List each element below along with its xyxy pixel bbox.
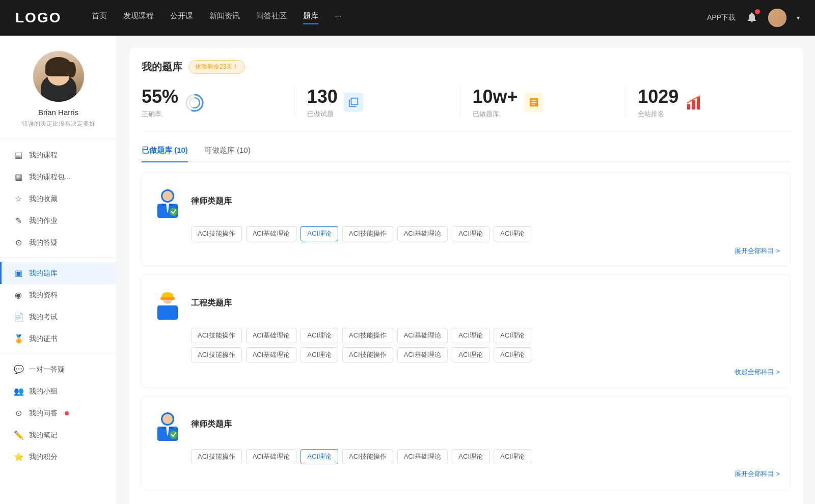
profile-label: 我的资料 bbox=[29, 291, 58, 300]
stat-ranking-text: 1029 全站排名 bbox=[638, 86, 678, 119]
sidebar-item-courses[interactable]: ▤ 我的课程 bbox=[0, 144, 117, 166]
sidebar-item-1on1[interactable]: 💬 一对一答疑 bbox=[0, 358, 117, 380]
group-icon: 👥 bbox=[14, 386, 23, 396]
tag-lawyer2-5[interactable]: ACI理论 bbox=[452, 449, 490, 464]
tag-lawyer1-2[interactable]: ACI理论 bbox=[301, 226, 338, 241]
stat-banks-value: 10w+ bbox=[473, 86, 518, 107]
qbank-tags-lawyer-1: ACI技能操作 ACI基础理论 ACI理论 ACI技能操作 ACI基础理论 AC… bbox=[191, 226, 780, 241]
engineer-svg bbox=[152, 285, 183, 321]
sidebar: Brian Harris 错误的决定比没有决定要好 ▤ 我的课程 ▦ 我的课程包… bbox=[0, 36, 117, 504]
divider-2 bbox=[0, 354, 117, 354]
notification-bell[interactable] bbox=[746, 11, 758, 25]
nav-open-course[interactable]: 公开课 bbox=[170, 11, 193, 24]
nav-qa[interactable]: 问答社区 bbox=[256, 11, 287, 24]
logo[interactable]: LOGO bbox=[15, 10, 61, 26]
question-bank-icon: ▣ bbox=[14, 268, 23, 278]
tag-lawyer1-4[interactable]: ACI基础理论 bbox=[397, 226, 448, 241]
user-avatar[interactable] bbox=[768, 9, 786, 27]
certificate-label: 我的证书 bbox=[29, 334, 58, 344]
page-header: 我的题库 体验剩余23天！ bbox=[142, 60, 791, 74]
user-menu-chevron[interactable]: ▾ bbox=[797, 14, 800, 21]
tag-eng-2[interactable]: ACI理论 bbox=[301, 328, 338, 343]
tab-available-banks[interactable]: 可做题库 (10) bbox=[204, 146, 251, 162]
tag-lawyer2-1[interactable]: ACI基础理论 bbox=[246, 449, 297, 464]
homework-label: 我的作业 bbox=[29, 216, 58, 226]
group-label: 我的小组 bbox=[29, 387, 58, 396]
svg-rect-6 bbox=[697, 97, 700, 109]
tag-eng-r2-0[interactable]: ACI技能操作 bbox=[191, 347, 242, 362]
sidebar-item-exam[interactable]: 📄 我的考试 bbox=[0, 306, 117, 328]
exam-icon: 📄 bbox=[14, 312, 23, 322]
app-download-link[interactable]: APP下载 bbox=[707, 13, 736, 22]
nav-more[interactable]: ··· bbox=[335, 11, 341, 24]
sidebar-item-group[interactable]: 👥 我的小组 bbox=[0, 380, 117, 402]
tag-lawyer2-4[interactable]: ACI基础理论 bbox=[397, 449, 448, 464]
tag-eng-r2-1[interactable]: ACI基础理论 bbox=[246, 347, 297, 362]
svg-rect-4 bbox=[687, 104, 690, 109]
nav-news[interactable]: 新闻资讯 bbox=[209, 11, 240, 24]
tag-lawyer2-2[interactable]: ACI理论 bbox=[301, 449, 338, 464]
points-icon: ⭐ bbox=[14, 452, 23, 462]
tag-eng-r2-3[interactable]: ACI技能操作 bbox=[342, 347, 393, 362]
qbank-footer-lawyer-2[interactable]: 展开全部科目 > bbox=[152, 469, 780, 479]
tag-lawyer2-3[interactable]: ACI技能操作 bbox=[342, 449, 393, 464]
tag-eng-5[interactable]: ACI理论 bbox=[452, 328, 490, 343]
qbank-tags-engineer-row2: ACI技能操作 ACI基础理论 ACI理论 ACI技能操作 ACI基础理论 AC… bbox=[191, 347, 780, 362]
qbank-section-lawyer-1: 律师类题库 ACI技能操作 ACI基础理论 ACI理论 ACI技能操作 ACI基… bbox=[142, 173, 791, 266]
nav-courses[interactable]: 发现课程 bbox=[123, 11, 154, 24]
nav-home[interactable]: 首页 bbox=[92, 11, 107, 24]
expand-label-lawyer-1: 展开全部科目 > bbox=[735, 246, 780, 256]
sidebar-item-homework[interactable]: ✎ 我的作业 bbox=[0, 210, 117, 232]
sidebar-item-course-packages[interactable]: ▦ 我的课程包... bbox=[0, 166, 117, 188]
note-svg bbox=[528, 97, 539, 108]
1on1-label: 一对一答疑 bbox=[29, 365, 65, 374]
sidebar-item-question-bank[interactable]: ▣ 我的题库 bbox=[0, 262, 117, 284]
courses-label: 我的课程 bbox=[29, 151, 58, 160]
lawyer-svg-1 bbox=[152, 183, 183, 219]
tag-lawyer1-3[interactable]: ACI技能操作 bbox=[342, 226, 393, 241]
certificate-icon: 🏅 bbox=[14, 334, 23, 344]
notes-icon: ✏️ bbox=[14, 430, 23, 440]
sidebar-item-favorites[interactable]: ☆ 我的收藏 bbox=[0, 188, 117, 210]
page-container: Brian Harris 错误的决定比没有决定要好 ▤ 我的课程 ▦ 我的课程包… bbox=[0, 36, 815, 504]
tag-eng-r2-2[interactable]: ACI理论 bbox=[301, 347, 338, 362]
sidebar-item-profile[interactable]: ◉ 我的资料 bbox=[0, 284, 117, 306]
favorites-label: 我的收藏 bbox=[29, 194, 58, 204]
tag-eng-4[interactable]: ACI基础理论 bbox=[397, 328, 448, 343]
tag-eng-r2-5[interactable]: ACI理论 bbox=[452, 347, 490, 362]
page-title: 我的题库 bbox=[142, 60, 182, 74]
tag-lawyer2-6[interactable]: ACI理论 bbox=[494, 449, 531, 464]
lawyer-svg-2 bbox=[152, 406, 183, 442]
sidebar-item-qa[interactable]: ⊙ 我的答疑 bbox=[0, 232, 117, 254]
tag-eng-3[interactable]: ACI技能操作 bbox=[342, 328, 393, 343]
pie-chart-svg bbox=[184, 93, 205, 113]
tag-eng-r2-4[interactable]: ACI基础理论 bbox=[397, 347, 448, 362]
tag-lawyer1-1[interactable]: ACI基础理论 bbox=[246, 226, 297, 241]
nav-question-bank[interactable]: 题库 bbox=[303, 11, 318, 24]
trial-badge: 体验剩余23天！ bbox=[188, 60, 245, 74]
chart-icon bbox=[685, 93, 704, 112]
qbank-title-engineer: 工程类题库 bbox=[191, 298, 232, 309]
tag-lawyer1-5[interactable]: ACI理论 bbox=[452, 226, 490, 241]
lawyer-icon-1 bbox=[152, 183, 183, 219]
tag-lawyer2-0[interactable]: ACI技能操作 bbox=[191, 449, 242, 464]
sidebar-item-my-qa[interactable]: ⊙ 我的问答 bbox=[0, 402, 117, 424]
lawyer-icon-2 bbox=[152, 406, 183, 442]
qbank-footer-engineer[interactable]: 收起全部科目 > bbox=[152, 368, 780, 377]
tag-eng-r2-6[interactable]: ACI理论 bbox=[494, 347, 531, 362]
favorites-icon: ☆ bbox=[14, 194, 23, 204]
sidebar-item-notes[interactable]: ✏️ 我的笔记 bbox=[0, 424, 117, 446]
tag-lawyer1-0[interactable]: ACI技能操作 bbox=[191, 226, 242, 241]
qa-icon: ⊙ bbox=[14, 238, 23, 247]
homework-icon: ✎ bbox=[14, 216, 23, 226]
sidebar-item-points[interactable]: ⭐ 我的积分 bbox=[0, 446, 117, 468]
tag-eng-6[interactable]: ACI理论 bbox=[494, 328, 531, 343]
profile-icon: ◉ bbox=[14, 290, 23, 300]
qbank-footer-lawyer-1[interactable]: 展开全部科目 > bbox=[152, 246, 780, 256]
tag-eng-1[interactable]: ACI基础理论 bbox=[246, 328, 297, 343]
tab-done-banks[interactable]: 已做题库 (10) bbox=[142, 146, 188, 162]
tag-eng-0[interactable]: ACI技能操作 bbox=[191, 328, 242, 343]
sidebar-item-certificate[interactable]: 🏅 我的证书 bbox=[0, 328, 117, 350]
tag-lawyer1-6[interactable]: ACI理论 bbox=[494, 226, 531, 241]
my-qa-label: 我的问答 bbox=[29, 409, 58, 418]
